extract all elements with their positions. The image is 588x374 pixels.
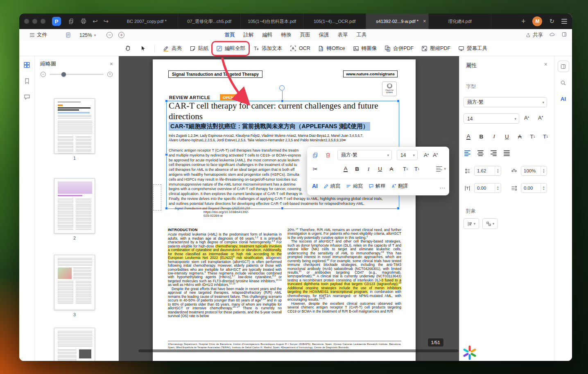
selection-handle-ml[interactable] <box>165 153 168 156</box>
tab-form[interactable]: 表單 <box>338 32 348 39</box>
align-left-button[interactable] <box>464 150 470 157</box>
zoom-in-icon[interactable]: + <box>107 72 113 77</box>
print-icon[interactable] <box>80 18 87 25</box>
tab-edit[interactable]: 編輯 <box>262 32 273 39</box>
selection-handle-tm[interactable] <box>281 100 284 102</box>
alignment-dropdown[interactable]: ▾ <box>436 165 446 172</box>
align-center-button[interactable] <box>477 150 484 157</box>
horizontal-scale-stepper[interactable]: 100% ▴▾ <box>521 166 547 176</box>
decrease-font-button[interactable]: A▾ <box>433 152 438 158</box>
slider-knob[interactable] <box>61 72 66 77</box>
page-view-icon[interactable] <box>65 32 71 38</box>
scrollbar-thumb[interactable] <box>138 349 459 352</box>
paragraph-spacing-stepper[interactable]: 0.00 ▴▾ <box>521 183 547 193</box>
font-family-select[interactable]: 蘋方-繁 ▾ <box>337 150 392 160</box>
compress-pdf-button[interactable]: 壓縮PDF <box>421 45 450 52</box>
tab-home[interactable]: 首頁 <box>225 32 235 39</box>
ai-continue-writing-button[interactable]: 續寫 <box>323 183 340 190</box>
font-color-button[interactable]: A <box>340 164 351 174</box>
search-icon[interactable] <box>560 79 567 88</box>
pages-icon[interactable] <box>68 18 75 25</box>
file-menu[interactable]: 文件 <box>37 32 47 39</box>
merge-pdf-button[interactable]: 合併PDF <box>384 45 414 52</box>
document-tab-active[interactable]: s41392-02...9-w.pdf * × <box>366 14 429 29</box>
subscript-button[interactable]: T1 <box>411 164 423 174</box>
close-tab-icon[interactable]: × <box>423 18 426 24</box>
rotate-handle[interactable] <box>279 85 285 91</box>
font-family-select[interactable]: 蘋方-繁 ▾ <box>464 97 547 107</box>
close-window-button[interactable] <box>24 19 29 24</box>
cloud-icon[interactable] <box>549 32 556 39</box>
empty-text-frame[interactable] <box>153 184 161 211</box>
selection-handle-br[interactable] <box>397 207 400 210</box>
cut-icon[interactable]: ✂ <box>310 164 320 174</box>
hand-tool[interactable] <box>123 43 133 54</box>
zoom-out-icon[interactable]: − <box>41 72 46 77</box>
page-thumbnail-1[interactable] <box>54 98 95 154</box>
ai-assistant-icon[interactable]: AI <box>561 96 566 102</box>
selection-handle-bm[interactable] <box>281 207 284 210</box>
screen-tools-button[interactable]: 螢幕工具 <box>458 45 487 52</box>
horizontal-scrollbar[interactable] <box>119 349 459 353</box>
undo-icon[interactable]: ↩ <box>93 18 98 25</box>
font-size-select[interactable]: 14 ▾ <box>397 150 418 160</box>
thumbnails-panel-icon[interactable] <box>23 61 31 70</box>
highlight-button[interactable]: 高亮 <box>163 45 182 52</box>
selection-handle-bl[interactable] <box>165 207 168 210</box>
redo-icon[interactable]: ↪ <box>104 18 109 25</box>
ai-badge[interactable]: AI <box>312 183 318 189</box>
avatar[interactable]: M <box>532 16 542 26</box>
italic-button[interactable]: I <box>363 164 374 174</box>
increase-font-button[interactable]: A▴ <box>524 115 529 121</box>
strikethrough-button[interactable]: A <box>386 164 397 174</box>
strikethrough-button[interactable]: A <box>514 131 525 141</box>
page-thumbnail-4[interactable] <box>54 328 95 361</box>
bookmark-icon[interactable] <box>23 77 31 86</box>
decrease-font-button[interactable]: A▾ <box>538 115 543 121</box>
subscript-button[interactable]: T1 <box>540 131 551 141</box>
zoom-out-button[interactable]: − <box>106 32 113 38</box>
tab-annotate[interactable]: 註解 <box>244 32 254 39</box>
fullscreen-window-button[interactable] <box>41 19 45 24</box>
sticker-button[interactable]: 貼紙 <box>189 45 208 52</box>
distribute-objects-dropdown[interactable]: ▾ <box>482 218 498 229</box>
ai-summarize-button[interactable]: 縮寫 <box>346 183 363 190</box>
font-color-button[interactable]: A <box>463 131 474 141</box>
zoom-level-select[interactable]: 125% ▾ <box>79 32 96 38</box>
superscript-button[interactable]: T1 <box>527 131 538 141</box>
document-tab[interactable]: 105(1~4)..._OCR.pdf <box>303 14 366 29</box>
ocr-button[interactable]: OCR <box>289 45 310 52</box>
properties-panel-toggle[interactable] <box>558 61 569 72</box>
minimize-window-button[interactable] <box>32 19 37 24</box>
document-tab[interactable]: BC 2007_copy.pdf * <box>115 14 178 29</box>
character-spacing-stepper[interactable]: 0.00 ▴▾ <box>474 183 501 193</box>
document-tab[interactable]: 理化總4.pdf <box>429 14 491 29</box>
document-tab[interactable]: 07_選修化學...ch5.pdf <box>178 14 241 29</box>
share-button[interactable]: 共享 <box>525 32 543 39</box>
ai-explain-button[interactable]: 解釋 <box>369 183 385 190</box>
underline-button[interactable]: U <box>374 164 386 174</box>
line-spacing-stepper[interactable]: 1.62 ▴▾ <box>474 166 501 176</box>
bold-button[interactable]: B <box>351 164 363 174</box>
more-options-icon[interactable]: … <box>439 183 446 190</box>
tab-tools[interactable]: 工具 <box>357 32 367 39</box>
close-panel-icon[interactable]: × <box>110 61 113 67</box>
zoom-in-button[interactable]: + <box>118 32 124 38</box>
select-tool[interactable] <box>138 43 148 54</box>
to-image-button[interactable]: 轉圖像 <box>353 45 377 52</box>
selection-handle-tl[interactable] <box>165 100 168 102</box>
page-thumbnail-3[interactable] <box>54 255 95 310</box>
tab-protect[interactable]: 保護 <box>319 32 329 39</box>
bold-button[interactable]: B <box>475 131 487 141</box>
font-size-select[interactable]: 14 ▾ <box>464 113 519 124</box>
align-objects-dropdown[interactable]: ▾ <box>464 218 479 229</box>
align-right-button[interactable] <box>491 150 497 157</box>
collapse-toolbar-icon[interactable] <box>561 32 567 39</box>
selection-handle-tr[interactable] <box>397 100 400 102</box>
duplicate-icon[interactable] <box>310 150 320 160</box>
italic-button[interactable]: I <box>488 131 500 141</box>
edit-all-button[interactable]: 編輯全部 <box>216 45 245 52</box>
translated-subtitle-selected[interactable]: CAR-T細胞療法對抗癌症：當前挑戰與未來方向（APPLEFANS 測試使用） <box>169 122 370 131</box>
superscript-button[interactable]: T1 <box>400 164 411 174</box>
underline-button[interactable]: U <box>501 131 513 141</box>
